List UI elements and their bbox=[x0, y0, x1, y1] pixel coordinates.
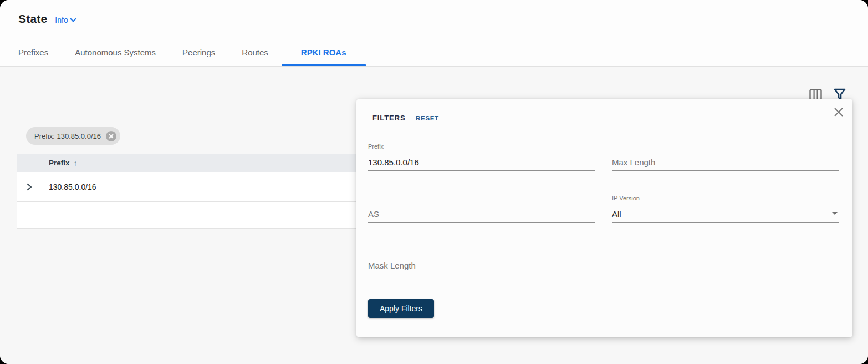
apply-filters-button[interactable]: Apply Filters bbox=[368, 299, 434, 318]
filters-panel: FILTERS RESET Prefix IP Version All bbox=[356, 99, 852, 337]
max-length-field-label bbox=[612, 143, 839, 150]
as-input[interactable] bbox=[368, 205, 595, 223]
close-icon[interactable] bbox=[831, 105, 846, 119]
mask-length-input[interactable] bbox=[368, 257, 595, 274]
max-length-input[interactable] bbox=[612, 154, 839, 171]
filter-chip[interactable]: Prefix: 130.85.0.0/16 bbox=[26, 127, 120, 145]
ip-version-field: IP Version All bbox=[612, 195, 839, 223]
column-header-label: Prefix bbox=[49, 159, 70, 167]
mask-length-field bbox=[368, 246, 595, 274]
ip-version-value: All bbox=[612, 209, 621, 219]
ip-version-field-label: IP Version bbox=[612, 195, 839, 202]
tab-autonomous-systems[interactable]: Autonomous Systems bbox=[62, 38, 169, 66]
tab-peerings[interactable]: Peerings bbox=[169, 38, 228, 66]
reset-button[interactable]: RESET bbox=[416, 115, 439, 122]
as-field-label bbox=[368, 195, 595, 202]
as-field bbox=[368, 195, 595, 223]
ip-version-select[interactable]: All bbox=[612, 205, 839, 223]
content-area: Prefix: 130.85.0.0/16 Prefix ↑ bbox=[0, 67, 868, 364]
page-title: State bbox=[18, 12, 47, 26]
prefix-input[interactable] bbox=[368, 154, 595, 171]
prefix-field: Prefix bbox=[368, 143, 595, 171]
info-label: Info bbox=[55, 16, 68, 24]
sort-asc-icon: ↑ bbox=[74, 159, 78, 168]
chip-remove-icon[interactable] bbox=[106, 131, 116, 141]
prefix-field-label: Prefix bbox=[368, 143, 595, 150]
filter-chip-label: Prefix: 130.85.0.0/16 bbox=[34, 132, 101, 140]
tab-prefixes[interactable]: Prefixes bbox=[5, 38, 62, 66]
chevron-down-icon bbox=[70, 16, 76, 22]
cell-prefix: 130.85.0.0/16 bbox=[49, 183, 96, 191]
mask-length-field-label bbox=[368, 246, 595, 254]
filters-panel-title: FILTERS bbox=[372, 114, 406, 122]
tabs-bar: Prefixes Autonomous Systems Peerings Rou… bbox=[0, 38, 868, 67]
tab-routes[interactable]: Routes bbox=[228, 38, 282, 66]
row-expand-button[interactable] bbox=[17, 183, 42, 191]
app-window: State Info Prefixes Autonomous Systems P… bbox=[0, 0, 868, 364]
page-header: State Info bbox=[0, 0, 868, 38]
chevron-right-icon bbox=[27, 183, 32, 191]
dropdown-arrow-icon bbox=[832, 212, 838, 215]
column-header-prefix[interactable]: Prefix ↑ bbox=[49, 159, 78, 168]
tab-rpki-roas[interactable]: RPKI ROAs bbox=[282, 38, 366, 66]
info-dropdown-link[interactable]: Info bbox=[55, 16, 75, 24]
max-length-field bbox=[612, 143, 839, 171]
